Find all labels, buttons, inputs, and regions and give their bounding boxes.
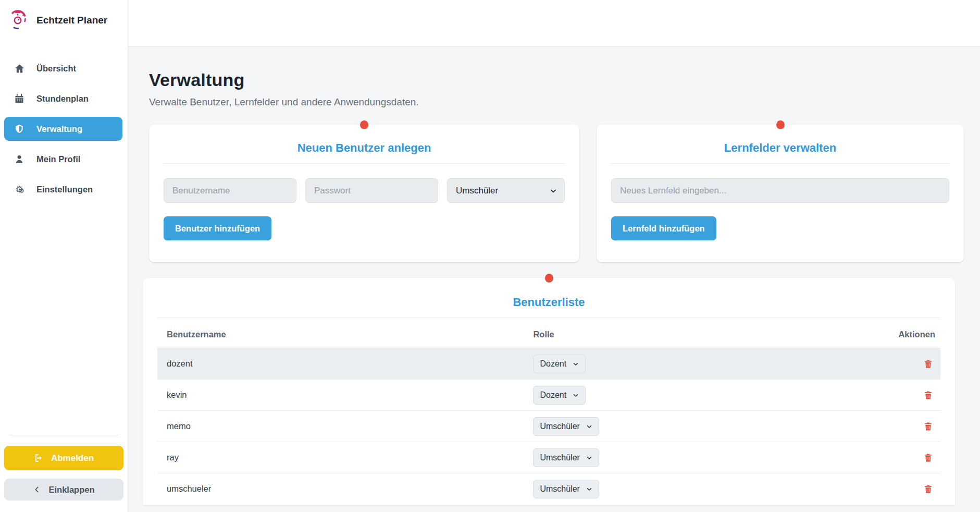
actions-cell — [847, 348, 940, 380]
role-cell: Umschüler — [533, 411, 846, 442]
logout-label: Abmelden — [51, 453, 94, 464]
sidebar-item-label: Übersicht — [36, 64, 76, 74]
chevron-left-icon — [33, 485, 41, 494]
create-user-card-title: Neuen Benutzer anlegen — [164, 141, 565, 155]
sidebar-item-label: Verwaltung — [36, 124, 82, 134]
role-select-value: Dozent — [540, 359, 566, 369]
role-select[interactable]: Umschüler — [533, 448, 599, 467]
sidebar-spacer — [0, 208, 128, 435]
username-input[interactable] — [164, 178, 296, 203]
calendar-icon — [14, 93, 25, 104]
topbar — [128, 0, 980, 46]
role-select-value: Umschüler — [456, 186, 498, 196]
role-cell: Dozent — [533, 348, 846, 380]
sidebar-item-gears[interactable]: ⚙⚙ Einstellungen — [4, 177, 122, 201]
col-header-role: Rolle — [533, 318, 846, 348]
home-icon — [14, 63, 25, 74]
role-select[interactable]: Dozent — [533, 355, 586, 373]
sidebar-item-calendar[interactable]: Stundenplan — [4, 87, 122, 111]
cards-row: Neuen Benutzer anlegen Umschüler Benutze… — [149, 125, 964, 262]
app-logo-icon — [7, 8, 28, 32]
user-icon — [14, 153, 25, 165]
user-list-title: Benutzerliste — [157, 296, 940, 309]
col-header-username: Benutzername — [157, 318, 533, 348]
sidebar: Echtzeit Planer Übersicht — [0, 0, 128, 512]
sidebar-item-user[interactable]: Mein Profil — [4, 147, 122, 171]
table-row: dozent Dozent — [157, 348, 940, 380]
trash-icon — [923, 425, 933, 433]
sidebar-item-home[interactable]: Übersicht — [4, 56, 122, 80]
card-status-dot — [776, 120, 785, 129]
user-table: Benutzername Rolle Aktionen dozent Dozen… — [157, 318, 940, 505]
gears-icon: ⚙⚙ — [14, 184, 25, 195]
role-cell: Umschüler — [533, 442, 846, 473]
card-status-dot — [360, 120, 368, 129]
app-title: Echtzeit Planer — [36, 15, 107, 26]
table-header-row: Benutzername Rolle Aktionen — [157, 318, 940, 348]
password-input[interactable] — [305, 178, 438, 203]
page-subtitle: Verwalte Benutzer, Lernfelder und andere… — [149, 96, 964, 108]
add-user-button[interactable]: Benutzer hinzufügen — [164, 216, 271, 240]
trash-icon — [923, 394, 933, 402]
sidebar-item-shield[interactable]: Verwaltung — [4, 117, 122, 141]
chevron-down-icon — [573, 392, 579, 398]
sidebar-item-label: Einstellungen — [36, 185, 93, 194]
content: Verwaltung Verwalte Benutzer, Lernfelder… — [128, 46, 980, 512]
table-row: ray Umschüler — [157, 442, 940, 473]
sidebar-divider — [9, 435, 118, 435]
delete-user-button[interactable] — [921, 450, 935, 465]
card-status-dot — [545, 274, 553, 283]
actions-cell — [847, 411, 940, 442]
logout-button[interactable]: Abmelden — [4, 446, 123, 470]
chevron-down-icon — [586, 486, 592, 492]
shield-icon — [14, 123, 25, 135]
role-select[interactable]: Dozent — [533, 386, 586, 405]
app-root: Echtzeit Planer Übersicht — [0, 0, 980, 512]
role-select[interactable]: Umschüler — [533, 480, 599, 498]
username-cell: kevin — [157, 380, 533, 411]
collapse-sidebar-button[interactable]: Einklappen — [4, 479, 123, 501]
sidebar-nav: Übersicht Stundenplan — [0, 56, 128, 208]
collapse-label: Einklappen — [48, 485, 94, 495]
username-cell: memo — [157, 411, 533, 442]
trash-icon — [923, 457, 933, 465]
card-divider — [611, 163, 949, 164]
table-row: kevin Dozent — [157, 380, 940, 411]
sidebar-item-label: Mein Profil — [36, 154, 80, 164]
username-cell: dozent — [157, 348, 533, 380]
chevron-down-icon — [573, 361, 579, 367]
lernfeld-input[interactable] — [611, 178, 949, 203]
role-select[interactable]: Umschüler — [533, 417, 599, 436]
user-list-card: Benutzerliste Benutzername Rolle Aktione… — [143, 278, 955, 505]
col-header-actions: Aktionen — [847, 318, 940, 348]
delete-user-button[interactable] — [921, 357, 935, 371]
page-header: Verwaltung Verwalte Benutzer, Lernfelder… — [149, 70, 964, 108]
table-row: umschueler Umschüler — [157, 473, 940, 505]
role-select-value: Umschüler — [540, 422, 579, 431]
trash-icon — [923, 488, 933, 496]
username-cell: ray — [157, 442, 533, 473]
role-select-value: Dozent — [540, 391, 566, 400]
chevron-down-icon — [550, 187, 557, 194]
add-lernfeld-button[interactable]: Lernfeld hinzufügen — [611, 216, 716, 240]
lernfeld-form — [611, 178, 949, 203]
delete-user-button[interactable] — [921, 419, 935, 434]
role-select-value: Umschüler — [540, 453, 579, 462]
create-user-form: Umschüler — [164, 178, 565, 203]
chevron-down-icon — [586, 455, 592, 461]
role-select[interactable]: Umschüler — [447, 178, 565, 203]
actions-cell — [847, 442, 940, 473]
actions-cell — [847, 380, 940, 411]
table-row: memo Umschüler — [157, 411, 940, 442]
trash-icon — [923, 363, 933, 371]
actions-cell — [847, 473, 940, 505]
delete-user-button[interactable] — [921, 388, 935, 403]
card-divider — [164, 163, 565, 164]
logout-icon — [34, 453, 44, 463]
role-cell: Umschüler — [533, 473, 846, 505]
delete-user-button[interactable] — [921, 482, 935, 496]
page-title: Verwaltung — [149, 70, 964, 90]
chevron-down-icon — [586, 423, 592, 430]
lernfelder-card-title: Lernfelder verwalten — [611, 141, 949, 155]
username-cell: umschueler — [157, 473, 533, 505]
